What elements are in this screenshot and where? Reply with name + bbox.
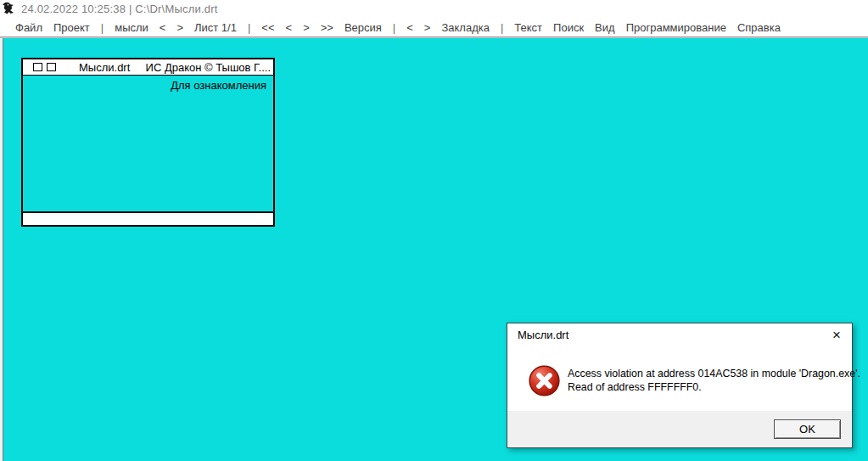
menu-item-bookmark[interactable]: Закладка [441, 21, 490, 34]
menu-divider [0, 37, 868, 38]
menu-item-programming[interactable]: Программирование [626, 21, 726, 34]
close-icon[interactable]: × [832, 329, 841, 341]
window-box-icon-2[interactable] [47, 63, 56, 71]
menu-item-text[interactable]: Текст [514, 21, 542, 34]
error-message-line2: Read of address FFFFFFF0. [568, 380, 860, 394]
menu-item-view[interactable]: Вид [595, 21, 615, 34]
error-icon [529, 365, 560, 396]
menu-item-project[interactable]: Проект [53, 21, 90, 34]
menu-item-search[interactable]: Поиск [553, 21, 584, 34]
menu-item-sheet-indicator[interactable]: Лист 1/1 [194, 21, 237, 34]
menu-nav-prev[interactable]: < [286, 21, 293, 34]
app-titlebar[interactable]: 24.02.2022 10:25:38 | C:\Dr\Мысли.drt [0, 0, 868, 18]
document-titlebar[interactable]: Мысли.drt ИС Дракон © Тышов Г.... [23, 59, 273, 76]
error-message: Access violation at address 014AC538 in … [568, 367, 860, 394]
menu-separator: | [393, 21, 395, 34]
menu-nav-next[interactable]: > [303, 21, 310, 34]
menu-separator: | [248, 21, 250, 34]
document-title: Мысли.drt [79, 61, 130, 74]
app-window: { "window": { "title": "24.02.2022 10:25… [0, 0, 868, 461]
dragon-app-icon [2, 2, 17, 17]
error-dialog: Мысли.drt × Access violation at address … [507, 323, 853, 448]
menu-bar: Файл Проект | мысли < > Лист 1/1 | << < … [0, 18, 868, 37]
document-subtitle: ИС Дракон © Тышов Г.... [146, 61, 271, 74]
menu-nav-last[interactable]: >> [321, 21, 333, 34]
menu-diagram-next[interactable]: > [176, 21, 183, 34]
menu-separator: | [501, 21, 503, 34]
error-dialog-title: Мысли.drt [518, 329, 568, 341]
ok-button[interactable]: OK [774, 419, 841, 439]
trial-watermark: Для ознакомления [23, 76, 273, 92]
menu-item-version[interactable]: Версия [344, 21, 382, 34]
app-title: 24.02.2022 10:25:38 | C:\Dr\Мысли.drt [21, 3, 218, 15]
menu-item-file[interactable]: Файл [15, 21, 42, 34]
error-dialog-footer: OK [507, 411, 852, 447]
document-statusbar [23, 211, 273, 225]
menu-separator: | [101, 21, 104, 34]
menu-diagram-prev[interactable]: < [160, 21, 166, 34]
menu-bookmark-prev[interactable]: < [406, 21, 413, 34]
document-canvas[interactable]: Для ознакомления [23, 76, 273, 211]
menu-item-help[interactable]: Справка [737, 21, 781, 34]
menu-item-diagram-name[interactable]: мысли [115, 21, 148, 34]
document-window: Мысли.drt ИС Дракон © Тышов Г.... Для оз… [21, 58, 275, 227]
error-dialog-titlebar[interactable]: Мысли.drt × [507, 323, 852, 346]
menu-nav-first[interactable]: << [261, 21, 274, 34]
window-left-frame [0, 38, 3, 461]
menu-bookmark-next[interactable]: > [424, 21, 431, 34]
error-message-line1: Access violation at address 014AC538 in … [568, 367, 860, 380]
window-box-icon[interactable] [33, 63, 42, 71]
